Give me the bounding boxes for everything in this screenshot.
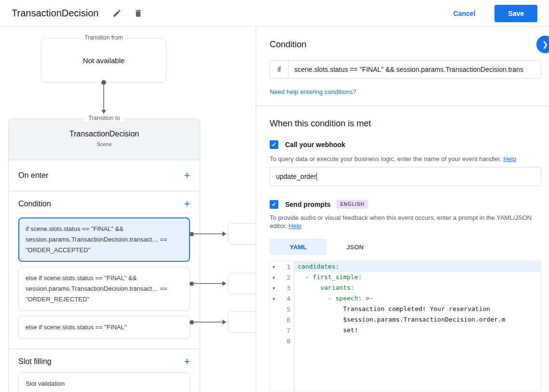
gutter-cell[interactable]: ▾1 xyxy=(270,261,294,272)
scene-type-label: Scene xyxy=(9,141,200,147)
check-icon: ✓ xyxy=(272,141,276,148)
app-header: TransactionDecision Cancel Save xyxy=(0,0,549,27)
transition-from-label: Transition from xyxy=(81,34,127,41)
code-line[interactable]: $session.params.TransactionDecision.orde… xyxy=(294,314,541,325)
on-enter-label: On enter xyxy=(18,171,48,180)
transition-target-box[interactable] xyxy=(228,273,256,294)
tab-yaml[interactable]: YAML xyxy=(270,239,327,255)
webhook-handler-input[interactable]: update_order xyxy=(270,167,541,186)
editor-gutter: ▾1▾2▾3▾45678 xyxy=(270,261,294,391)
edit-title-button[interactable] xyxy=(108,5,125,22)
line-number: 7 xyxy=(287,327,290,334)
line-number: 5 xyxy=(287,306,290,313)
condition-section-label: Condition xyxy=(18,200,51,208)
main-content: Transition from Not available Transition… xyxy=(0,27,549,392)
transition-from-card: Transition from Not available xyxy=(41,38,166,82)
pencil-icon xyxy=(112,9,122,18)
save-button[interactable]: Save xyxy=(494,5,537,22)
editor-code-lines: candidates: - first_simple: variants: - … xyxy=(294,261,541,391)
fold-icon[interactable]: ▾ xyxy=(273,275,278,280)
condition-item-accepted[interactable]: if scene.slots.status == "FINAL" && sess… xyxy=(18,217,190,262)
line-number: 2 xyxy=(287,274,290,281)
code-line[interactable]: - first_simple: xyxy=(294,272,541,283)
add-on-enter-button[interactable]: + xyxy=(184,171,190,180)
webhook-handler-value: update_order xyxy=(276,173,316,180)
trash-icon xyxy=(134,9,143,18)
condition-section-header: Condition + xyxy=(9,191,200,213)
condition-expression-field[interactable]: if scene.slots.status == "FINAL" && sess… xyxy=(270,60,541,79)
prompts-help-link[interactable]: Help xyxy=(288,222,302,230)
chevron-right-icon: ❯ xyxy=(542,40,549,49)
add-condition-button[interactable]: + xyxy=(184,199,190,209)
arrow-right-icon xyxy=(222,231,226,236)
page-title: TransactionDecision xyxy=(12,8,98,19)
webhook-label: Call your webhook xyxy=(285,141,345,149)
transition-to-card: Transition to TransactionDecision Scene … xyxy=(8,119,200,392)
gutter-cell[interactable]: ▾2 xyxy=(270,272,294,283)
code-line[interactable]: Transaction completed! Your reservation xyxy=(294,304,541,314)
code-line[interactable]: candidates: xyxy=(294,261,541,272)
code-line[interactable]: set! xyxy=(294,325,541,336)
fold-icon[interactable]: ▾ xyxy=(273,285,278,291)
connector-line xyxy=(194,283,222,284)
scene-card-header[interactable]: TransactionDecision Scene xyxy=(9,119,200,160)
transition-to-label: Transition to xyxy=(84,115,124,122)
arrow-right-icon xyxy=(222,281,226,286)
slot-filling-section: Slot filling + xyxy=(9,349,200,370)
transition-target-box[interactable] xyxy=(228,311,256,333)
transition-from-content: Not available xyxy=(83,56,125,65)
connector-dot[interactable] xyxy=(190,282,194,286)
line-number: 4 xyxy=(287,295,290,302)
check-icon: ✓ xyxy=(272,201,276,208)
slot-validation-item[interactable]: Slot validation xyxy=(18,372,190,392)
fold-icon[interactable]: ▾ xyxy=(273,264,278,270)
prompts-checkbox[interactable]: ✓ xyxy=(270,200,278,209)
scene-editor-page: TransactionDecision Cancel Save Transiti… xyxy=(0,0,549,392)
gutter-cell[interactable]: 6 xyxy=(270,314,294,325)
conditions-help-link[interactable]: Need help entering conditions? xyxy=(270,88,356,95)
gutter-cell[interactable]: 8 xyxy=(270,336,294,346)
yaml-editor[interactable]: ▾1▾2▾3▾45678 candidates: - first_simple:… xyxy=(270,261,541,391)
scene-diagram: Transition from Not available Transition… xyxy=(0,27,256,392)
text-cursor xyxy=(316,173,317,181)
line-number: 1 xyxy=(287,263,290,270)
connector-line xyxy=(194,233,222,234)
connector-line xyxy=(194,322,222,323)
webhook-description: To query data or execute your business l… xyxy=(270,155,541,163)
condition-item-rejected[interactable]: else if scene.slots.status == "FINAL" &&… xyxy=(18,267,190,311)
language-badge: ENGLISH xyxy=(336,200,368,209)
connector-dot[interactable] xyxy=(190,232,194,236)
code-line[interactable]: - speech: >- xyxy=(294,293,541,304)
code-line[interactable] xyxy=(294,336,541,346)
connector-dot[interactable] xyxy=(190,320,194,324)
condition-expression-value[interactable]: scene.slots.status == "FINAL" && session… xyxy=(288,61,541,78)
webhook-checkbox[interactable]: ✓ xyxy=(270,140,278,149)
gutter-cell[interactable]: ▾4 xyxy=(270,293,294,304)
gutter-cell[interactable]: 7 xyxy=(270,325,294,336)
line-number: 6 xyxy=(287,316,290,324)
delete-scene-button[interactable] xyxy=(129,5,147,22)
webhook-toggle-row: ✓ Call your webhook xyxy=(270,140,541,149)
collapse-panel-button[interactable]: ❯ xyxy=(536,36,549,53)
gutter-cell[interactable]: ▾3 xyxy=(270,283,294,293)
line-number: 8 xyxy=(287,338,290,345)
on-enter-section: On enter + xyxy=(9,160,200,191)
prompts-toggle-row: ✓ Send prompts ENGLISH xyxy=(270,200,541,209)
prompts-label: Send prompts xyxy=(285,201,330,208)
code-line[interactable]: variants: xyxy=(294,283,541,293)
webhook-help-link[interactable]: Help xyxy=(503,155,516,162)
connector-dot[interactable] xyxy=(101,80,106,85)
section-divider xyxy=(256,106,549,106)
gutter-cell[interactable]: 5 xyxy=(270,304,294,314)
condition-item-final[interactable]: else if scene.slots.status == "FINAL" xyxy=(18,316,190,339)
cancel-button[interactable]: Cancel xyxy=(445,6,483,21)
transition-target-box[interactable] xyxy=(228,223,256,244)
if-label: if xyxy=(270,61,288,78)
fold-icon[interactable]: ▾ xyxy=(273,296,278,301)
line-number: 3 xyxy=(287,284,290,292)
when-condition-title: When this condition is met xyxy=(270,119,541,129)
connector-line xyxy=(103,85,104,110)
editor-tabs: YAML JSON xyxy=(270,239,541,255)
tab-json[interactable]: JSON xyxy=(327,239,384,255)
add-slot-button[interactable]: + xyxy=(184,357,190,366)
